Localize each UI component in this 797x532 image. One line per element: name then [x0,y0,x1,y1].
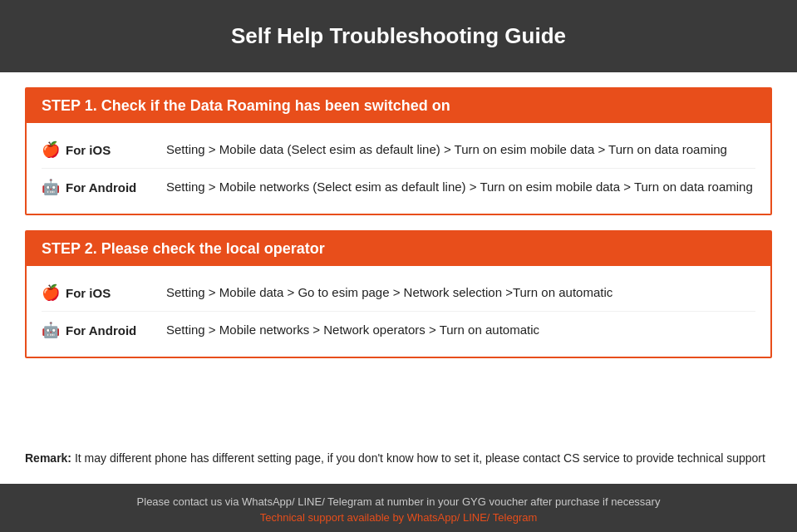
page-header: Self Help Troubleshooting Guide [0,0,797,72]
apple-icon-2: 🍎 [42,283,60,302]
step2-ios-label: 🍎 For iOS [42,283,166,302]
step2-ios-desc: Setting > Mobile data > Go to esim page … [166,283,613,303]
step1-ios-label: 🍎 For iOS [42,140,166,159]
footer-contact-text: Please contact us via WhatsApp/ LINE/ Te… [17,495,780,508]
apple-icon: 🍎 [42,140,60,159]
footer-technical-text: Technical support available by WhatsApp/… [17,511,780,524]
step1-header: STEP 1. Check if the Data Roaming has be… [27,89,770,123]
step2-ios-row: 🍎 For iOS Setting > Mobile data > Go to … [42,274,755,312]
remark-label: Remark: [25,451,71,465]
step2-android-row: 🤖 For Android Setting > Mobile networks … [42,312,755,348]
remark-text: It may different phone has different set… [71,451,765,465]
step1-ios-row: 🍎 For iOS Setting > Mobile data (Select … [42,131,755,169]
step1-android-row: 🤖 For Android Setting > Mobile networks … [42,169,755,205]
step2-android-desc: Setting > Mobile networks > Network oper… [166,320,539,340]
step2-header: STEP 2. Please check the local operator [27,232,770,266]
main-content: STEP 1. Check if the Data Roaming has be… [0,72,797,441]
step1-ios-desc: Setting > Mobile data (Select esim as de… [166,140,727,160]
page-title: Self Help Troubleshooting Guide [231,23,566,48]
step2-block: STEP 2. Please check the local operator … [25,230,772,358]
step2-body: 🍎 For iOS Setting > Mobile data > Go to … [27,266,770,357]
remark-section: Remark: It may different phone has diffe… [0,441,797,484]
step1-block: STEP 1. Check if the Data Roaming has be… [25,87,772,215]
step1-body: 🍎 For iOS Setting > Mobile data (Select … [27,123,770,214]
page-footer: Please contact us via WhatsApp/ LINE/ Te… [0,484,797,532]
step1-android-desc: Setting > Mobile networks (Select esim a… [166,177,753,197]
step2-android-label: 🤖 For Android [42,320,166,339]
step1-android-label: 🤖 For Android [42,177,166,196]
android-icon: 🤖 [42,178,60,196]
android-icon-2: 🤖 [42,321,60,339]
